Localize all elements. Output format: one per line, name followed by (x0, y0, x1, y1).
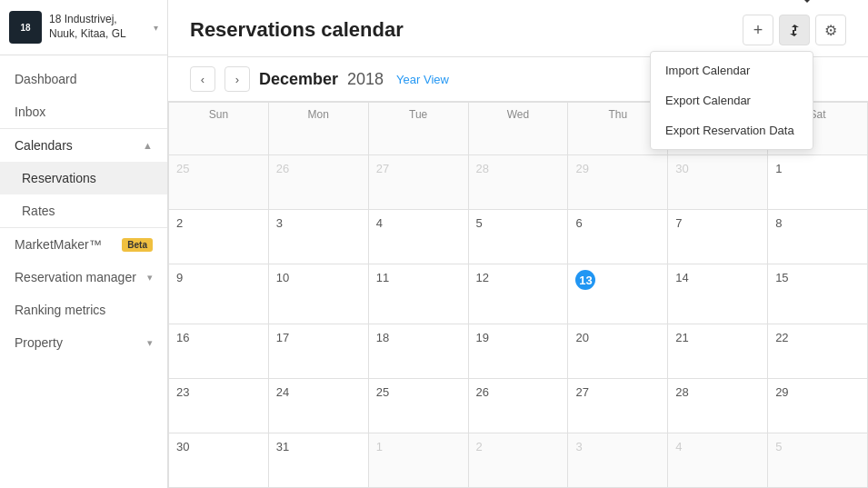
sidebar-chevron-icon: ▾ (154, 23, 158, 33)
sidebar-nav: Dashboard Inbox Calendars ▲ Reservations… (0, 55, 167, 488)
sidebar-item-marketmaker-label: MarketMaker™ (15, 237, 102, 252)
calendar-grid-container: SunMonTueWedThuFriSat2526272829301234567… (168, 102, 868, 488)
day-number: 26 (476, 385, 489, 399)
sidebar-item-reservation-manager[interactable]: Reservation manager ▾ (0, 261, 167, 294)
calendar-cell[interactable]: 8 (768, 210, 868, 264)
day-number: 29 (775, 385, 788, 399)
calendar-cell[interactable]: 2 (469, 433, 569, 488)
calendar-cell[interactable]: 27 (568, 379, 668, 433)
calendar-cell[interactable]: 14 (668, 264, 768, 324)
day-number: 28 (476, 162, 489, 175)
day-number: 16 (176, 331, 189, 344)
calendar-cell[interactable]: 21 (668, 324, 768, 379)
calendar-cell[interactable]: 3 (269, 210, 369, 264)
day-number: 24 (276, 385, 289, 399)
day-number: 5 (476, 216, 483, 230)
calendar-cell[interactable]: 3 (568, 433, 668, 488)
calendar-cell[interactable]: 15 (768, 264, 868, 324)
calendar-cell[interactable]: 1 (768, 155, 868, 210)
next-month-button[interactable]: › (224, 66, 250, 92)
day-number: 2 (476, 440, 483, 453)
calendar-grid: SunMonTueWedThuFriSat2526272829301234567… (168, 102, 868, 488)
day-number: 26 (276, 162, 289, 175)
header-actions: Import/Export Calendar + ⚙ Import Calend… (743, 15, 846, 45)
calendar-cell[interactable]: 17 (269, 324, 369, 379)
calendar-cell[interactable]: 13 (568, 264, 668, 324)
sidebar-item-inbox-label: Inbox (15, 105, 45, 119)
calendar-cell[interactable]: 7 (668, 210, 768, 264)
sidebar-item-calendars[interactable]: Calendars ▲ (0, 128, 167, 162)
sidebar-header[interactable]: 18 18 Industrivej, Nuuk, Kitaa, GL ▾ (0, 0, 167, 55)
dropdown-item-export-calendar[interactable]: Export Calendar (651, 85, 813, 115)
calendar-cell[interactable]: 5 (469, 210, 569, 264)
sidebar-item-dashboard[interactable]: Dashboard (0, 63, 167, 95)
calendar-cell[interactable]: 28 (469, 155, 569, 210)
calendar-cell[interactable]: 18 (369, 324, 469, 379)
calendar-cell[interactable]: 25 (369, 379, 469, 433)
calendar-cell[interactable]: 27 (369, 155, 469, 210)
calendar-cell[interactable]: 6 (568, 210, 668, 264)
day-number: 4 (376, 216, 383, 230)
prev-month-button[interactable]: ‹ (190, 66, 215, 92)
calendar-cell[interactable]: 1 (369, 433, 469, 488)
day-number: 3 (276, 216, 283, 230)
calendar-cell[interactable]: 28 (668, 379, 768, 433)
day-number: 1 (775, 162, 782, 175)
calendar-cell[interactable]: 4 (668, 433, 768, 488)
sidebar-item-reservation-manager-label: Reservation manager (15, 270, 136, 284)
calendar-cell[interactable]: 23 (169, 379, 269, 433)
dropdown-item-export-reservation-data[interactable]: Export Reservation Data (651, 115, 813, 145)
calendar-cell[interactable]: 29 (568, 155, 668, 210)
sidebar-item-marketmaker[interactable]: MarketMaker™ Beta (0, 227, 167, 261)
sidebar-item-ranking-metrics-label: Ranking metrics (15, 303, 105, 317)
sidebar: 18 18 Industrivej, Nuuk, Kitaa, GL ▾ Das… (0, 0, 168, 488)
settings-button[interactable]: ⚙ (815, 15, 846, 45)
calendar-cell[interactable]: 26 (269, 155, 369, 210)
day-number: 9 (176, 271, 183, 284)
sidebar-logo: 18 (9, 11, 42, 44)
sidebar-item-inbox[interactable]: Inbox (0, 95, 167, 128)
calendar-cell[interactable]: 30 (169, 433, 269, 488)
calendar-cell[interactable]: 26 (469, 379, 569, 433)
calendar-cell[interactable]: 2 (169, 210, 269, 264)
calendar-cell[interactable]: 24 (269, 379, 369, 433)
sidebar-item-ranking-metrics[interactable]: Ranking metrics (0, 294, 167, 326)
import-export-button[interactable] (779, 15, 810, 45)
calendar-cell[interactable]: 30 (668, 155, 768, 210)
day-number: 15 (775, 271, 788, 284)
day-number: 27 (575, 385, 588, 399)
day-number: 25 (376, 385, 389, 399)
day-number: 25 (176, 162, 189, 175)
chevron-down-icon-2: ▾ (147, 337, 153, 349)
calendar-cell[interactable]: 31 (269, 433, 369, 488)
sidebar-item-property[interactable]: Property ▾ (0, 326, 167, 359)
day-number: 13 (575, 270, 595, 290)
day-number: 28 (675, 385, 688, 399)
calendar-cell[interactable]: 29 (768, 379, 868, 433)
calendar-cell[interactable]: 25 (169, 155, 269, 210)
sidebar-item-reservations[interactable]: Reservations (0, 162, 167, 194)
calendar-cell[interactable]: 12 (469, 264, 569, 324)
calendar-cell[interactable]: 16 (169, 324, 269, 379)
sidebar-item-rates-label: Rates (22, 204, 55, 218)
day-number: 27 (376, 162, 389, 175)
sidebar-item-rates[interactable]: Rates (0, 194, 167, 227)
dropdown-item-import-calendar[interactable]: Import Calendar (651, 55, 813, 85)
calendar-cell[interactable]: 11 (369, 264, 469, 324)
calendar-cell[interactable]: 22 (768, 324, 868, 379)
calendar-cell[interactable]: 20 (568, 324, 668, 379)
day-number: 12 (476, 271, 489, 284)
day-number: 10 (276, 271, 289, 284)
calendar-cell[interactable]: 4 (369, 210, 469, 264)
year-view-link[interactable]: Year View (396, 73, 449, 86)
add-button[interactable]: + (743, 15, 773, 45)
calendar-cell[interactable]: 9 (169, 264, 269, 324)
calendar-cell[interactable]: 5 (768, 433, 868, 488)
calendar-cell[interactable]: 19 (469, 324, 569, 379)
day-number: 21 (675, 331, 688, 344)
calendar-cell[interactable]: 10 (269, 264, 369, 324)
calendar-year-label: 2018 (347, 70, 384, 89)
day-number: 29 (575, 162, 588, 175)
day-number: 14 (675, 271, 688, 284)
day-number: 17 (276, 331, 289, 344)
